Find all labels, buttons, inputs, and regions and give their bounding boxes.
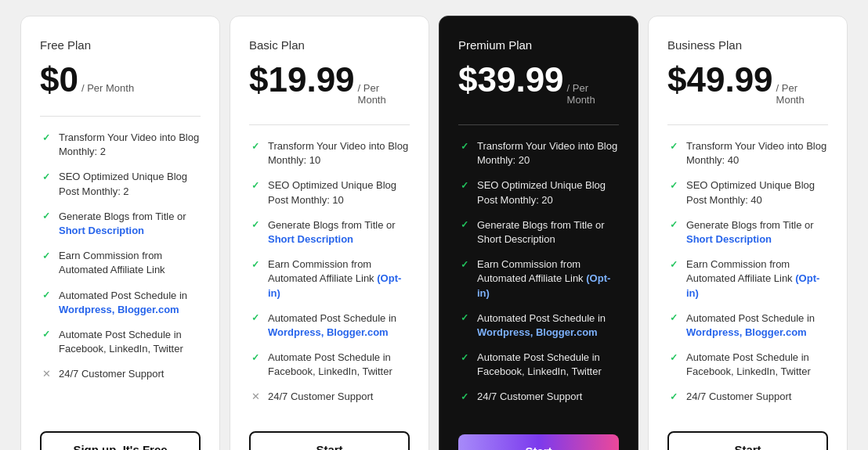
- check-icon: ✓: [667, 258, 680, 271]
- list-item: ✓Automate Post Schedule in Facebook, Lin…: [40, 328, 201, 356]
- list-item: ✓Generate Blogs from Title or Short Desc…: [249, 218, 410, 247]
- check-icon: ✓: [667, 391, 680, 403]
- check-icon: ✓: [249, 219, 262, 232]
- list-item: ✓Earn Commission from Automated Affiliat…: [249, 257, 410, 301]
- check-icon: ✓: [40, 211, 52, 223]
- check-icon: ✓: [249, 312, 262, 325]
- list-item: ✓Automate Post Schedule in Facebook, Lin…: [667, 351, 828, 379]
- feature-text-basic-4: Automated Post Schedule in Wordpress, Bl…: [268, 311, 410, 340]
- list-item: ✓Earn Commission from Automated Affiliat…: [40, 249, 201, 277]
- feature-text-premium-0: Transform Your Video into Blog Monthly: …: [477, 139, 619, 167]
- list-item: ✓Transform Your Video into Blog Monthly:…: [458, 139, 619, 167]
- plan-price-premium: $39.99/ Per Month: [458, 63, 619, 106]
- plan-name-business: Business Plan: [667, 38, 828, 52]
- check-icon: ✓: [249, 351, 262, 364]
- list-item: ✓Transform Your Video into Blog Monthly:…: [667, 139, 828, 167]
- price-period-premium: / Per Month: [567, 82, 619, 106]
- list-item: ✓Generate Blogs from Title or Short Desc…: [40, 210, 201, 238]
- list-item: ✓SEO Optimized Unique Blog Post Monthly:…: [249, 178, 410, 207]
- list-item: ✓Automated Post Schedule in Wordpress, B…: [458, 311, 619, 340]
- feature-text-premium-1: SEO Optimized Unique Blog Post Monthly: …: [477, 178, 619, 207]
- feature-text-business-6: 24/7 Customer Support: [686, 390, 791, 404]
- price-amount-business: $49.99: [667, 63, 773, 97]
- features-list-business: ✓Transform Your Video into Blog Monthly:…: [667, 139, 828, 416]
- check-icon: ✓: [40, 250, 52, 262]
- list-item: ✕24/7 Customer Support: [249, 390, 410, 404]
- cta-button-free[interactable]: Sign up. It's Free: [40, 431, 201, 450]
- list-item: ✓SEO Optimized Unique Blog Post Monthly:…: [458, 178, 619, 207]
- cta-button-basic[interactable]: Start: [249, 431, 410, 450]
- check-icon: ✓: [40, 290, 52, 302]
- feature-text-basic-3: Earn Commission from Automated Affiliate…: [268, 257, 410, 301]
- check-icon: ✓: [249, 258, 262, 271]
- check-icon: ✓: [249, 140, 262, 153]
- cross-icon: ✕: [40, 368, 52, 380]
- check-icon: ✓: [458, 179, 471, 192]
- plan-card-basic: Basic Plan$19.99/ Per Month✓Transform Yo…: [230, 16, 429, 450]
- feature-text-premium-5: Automate Post Schedule in Facebook, Link…: [477, 351, 619, 379]
- price-period-basic: / Per Month: [358, 82, 410, 106]
- check-icon: ✓: [458, 391, 471, 403]
- check-icon: ✓: [667, 219, 680, 232]
- list-item: ✓Generate Blogs from Title or Short Desc…: [667, 218, 828, 247]
- check-icon: ✓: [249, 179, 262, 192]
- features-list-free: ✓Transform Your Video into Blog Monthly:…: [40, 131, 201, 416]
- check-icon: ✓: [40, 329, 52, 341]
- plan-card-business: Business Plan$49.99/ Per Month✓Transform…: [648, 16, 848, 450]
- feature-text-basic-5: Automate Post Schedule in Facebook, Link…: [268, 351, 410, 379]
- check-icon: ✓: [667, 140, 680, 153]
- plan-card-premium: Premium Plan$39.99/ Per Month✓Transform …: [439, 16, 638, 450]
- feature-text-basic-0: Transform Your Video into Blog Monthly: …: [268, 139, 410, 167]
- check-icon: ✓: [40, 171, 52, 183]
- list-item: ✓Earn Commission from Automated Affiliat…: [667, 257, 828, 301]
- list-item: ✓24/7 Customer Support: [458, 390, 619, 404]
- feature-text-business-4: Automated Post Schedule in Wordpress, Bl…: [686, 311, 828, 340]
- feature-text-free-1: SEO Optimized Unique Blog Post Monthly: …: [59, 170, 201, 198]
- feature-text-business-2: Generate Blogs from Title or Short Descr…: [686, 218, 828, 247]
- check-icon: ✓: [458, 219, 471, 232]
- feature-text-basic-1: SEO Optimized Unique Blog Post Monthly: …: [268, 178, 410, 207]
- feature-text-basic-2: Generate Blogs from Title or Short Descr…: [268, 218, 410, 247]
- price-period-business: / Per Month: [776, 82, 828, 106]
- cross-icon: ✕: [249, 391, 262, 403]
- feature-text-basic-6: 24/7 Customer Support: [268, 390, 373, 404]
- check-icon: ✓: [667, 179, 680, 192]
- price-amount-basic: $19.99: [249, 63, 355, 97]
- check-icon: ✓: [458, 351, 471, 364]
- feature-text-free-6: 24/7 Customer Support: [59, 367, 164, 381]
- divider-business: [667, 124, 828, 125]
- list-item: ✓Transform Your Video into Blog Monthly:…: [249, 139, 410, 167]
- feature-text-premium-2: Generate Blogs from Title or Short Descr…: [477, 218, 619, 247]
- price-amount-premium: $39.99: [458, 63, 564, 97]
- plan-card-free: Free Plan$0/ Per Month✓Transform Your Vi…: [20, 16, 220, 450]
- list-item: ✓SEO Optimized Unique Blog Post Monthly:…: [40, 170, 201, 198]
- list-item: ✕24/7 Customer Support: [40, 367, 201, 381]
- list-item: ✓Automate Post Schedule in Facebook, Lin…: [458, 351, 619, 379]
- check-icon: ✓: [667, 351, 680, 364]
- check-icon: ✓: [667, 312, 680, 325]
- list-item: ✓Automated Post Schedule in Wordpress, B…: [667, 311, 828, 340]
- feature-text-business-0: Transform Your Video into Blog Monthly: …: [686, 139, 828, 167]
- price-amount-free: $0: [40, 63, 78, 97]
- plan-price-basic: $19.99/ Per Month: [249, 63, 410, 106]
- divider-free: [40, 116, 201, 117]
- list-item: ✓24/7 Customer Support: [667, 390, 828, 404]
- feature-text-premium-6: 24/7 Customer Support: [477, 390, 582, 404]
- feature-text-premium-4: Automated Post Schedule in Wordpress, Bl…: [477, 311, 619, 340]
- cta-button-premium[interactable]: Start: [458, 434, 619, 450]
- plan-name-premium: Premium Plan: [458, 38, 619, 52]
- features-list-premium: ✓Transform Your Video into Blog Monthly:…: [458, 139, 619, 419]
- check-icon: ✓: [458, 312, 471, 325]
- feature-text-free-3: Earn Commission from Automated Affiliate…: [59, 249, 201, 277]
- list-item: ✓Automated Post Schedule in Wordpress, B…: [249, 311, 410, 340]
- list-item: ✓SEO Optimized Unique Blog Post Monthly:…: [667, 178, 828, 207]
- features-list-basic: ✓Transform Your Video into Blog Monthly:…: [249, 139, 410, 416]
- list-item: ✓Automated Post Schedule in Wordpress, B…: [40, 289, 201, 317]
- price-period-free: / Per Month: [81, 82, 134, 94]
- feature-text-business-1: SEO Optimized Unique Blog Post Monthly: …: [686, 178, 828, 207]
- list-item: ✓Transform Your Video into Blog Monthly:…: [40, 131, 201, 159]
- cta-button-business[interactable]: Start: [667, 431, 828, 450]
- feature-text-premium-3: Earn Commission from Automated Affiliate…: [477, 257, 619, 301]
- list-item: ✓Automate Post Schedule in Facebook, Lin…: [249, 351, 410, 379]
- plan-price-free: $0/ Per Month: [40, 63, 201, 97]
